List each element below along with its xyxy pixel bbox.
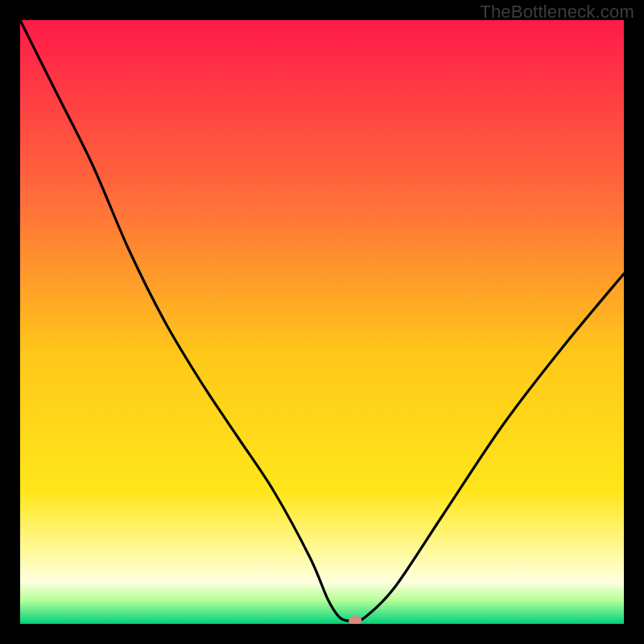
gradient-background (20, 20, 624, 624)
watermark-text: TheBottleneck.com (480, 2, 634, 23)
chart-frame: TheBottleneck.com (0, 0, 644, 644)
bottleneck-plot (20, 20, 624, 624)
chart-svg (20, 20, 624, 624)
